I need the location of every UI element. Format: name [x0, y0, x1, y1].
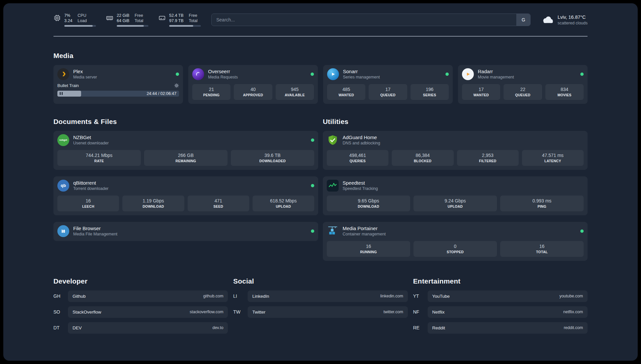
service-card-adguard[interactable]: AdGuard Home DNS and adblocking 498,461 … [323, 131, 588, 170]
stat-approved: 40 APPROVED [234, 84, 272, 100]
service-card-filebrowser[interactable]: File Browser Media File Management [53, 222, 318, 241]
bookmark-link-reddit[interactable]: Reddit reddit.com [428, 322, 588, 334]
weather-location: Lviv, 16.87°C [558, 15, 588, 20]
search-provider-button[interactable]: G [516, 14, 530, 26]
service-card-radarr[interactable]: Radarr Movie management 17 WANTED 22 QUE… [458, 65, 588, 104]
stat-filtered: 2,953 FILTERED [457, 150, 519, 166]
stat-value: 744.21 Mbps [59, 153, 139, 158]
stat-label: UPLOAD [254, 204, 313, 208]
status-dot [311, 138, 314, 142]
bookmark-rows: YT YouTube youtube.com NF Netflix netfli… [413, 290, 588, 334]
weather-widget[interactable]: Lviv, 16.87°C scattered clouds [541, 15, 588, 25]
cpu-widget: 7% 3.24 CPU Load [53, 13, 96, 27]
bookmark-domain: dev.to [212, 325, 223, 330]
media-card-grid: Plex Media server Bullet Train [53, 65, 588, 104]
disk-widget-body: 52.4 TB 97.9 TB Free Total [169, 13, 201, 27]
stat-value: 40 [235, 87, 271, 92]
bookmark-domain: linkedin.com [380, 294, 403, 298]
media-section-title: Media [53, 52, 588, 60]
sonarr-icon [327, 68, 339, 80]
stat-running: 16 RUNNING [327, 241, 410, 257]
stats-row: 485 WANTED 17 QUEUED 196 SERIES [327, 84, 449, 100]
bookmark-link-linkedin[interactable]: LinkedIn linkedin.com [248, 290, 408, 302]
service-titles: Plex Media server [73, 69, 97, 79]
service-card-qbittorrent[interactable]: qb qBittorrent Torrent downloader 16 LEE… [53, 176, 318, 215]
bookmark-abbr: GH [53, 293, 63, 299]
service-card-plex[interactable]: Plex Media server Bullet Train [53, 65, 183, 104]
pause-icon[interactable] [60, 92, 63, 95]
bookmark-name: DEV [73, 325, 82, 330]
bookmark-link-youtube[interactable]: YouTube youtube.com [428, 290, 588, 302]
service-card-nzbget[interactable]: nzbget NZBGet Usenet downloader 744.21 M… [53, 131, 318, 170]
stats-row: 17 WANTED 22 QUEUED 834 MOVIES [462, 84, 584, 100]
stat-pending: 21 PENDING [192, 84, 230, 100]
bookmark-link-github[interactable]: Github github.com [68, 290, 228, 302]
bookmark-link-netflix[interactable]: Netflix netflix.com [428, 306, 588, 318]
bookmark-abbr: NF [413, 309, 423, 315]
status-dot [580, 229, 584, 233]
service-name: Radarr [478, 69, 514, 74]
bookmark-reddit: RE Reddit reddit.com [413, 322, 588, 334]
media-section: Media Plex Media server Bullet Train [53, 52, 588, 104]
bookmark-netflix: NF Netflix netflix.com [413, 306, 588, 318]
service-card-speedtest[interactable]: Speedtest Speedtest Tracking 9.65 Gbps D… [323, 176, 588, 215]
stat-seed: 471 SEED [188, 196, 249, 211]
stat-value: 0 [415, 244, 496, 249]
stat-movies: 834 MOVIES [545, 84, 584, 100]
stat-value: 196 [412, 87, 447, 92]
bookmark-link-twitter[interactable]: Twitter twitter.com [248, 306, 408, 318]
bookmark-youtube: YT YouTube youtube.com [413, 290, 588, 302]
weather-condition: scattered clouds [558, 21, 588, 25]
bookmark-name: YouTube [432, 294, 450, 299]
service-card-portainer[interactable]: Media Portainer Container management 16 … [323, 222, 588, 261]
cpu-progress-bar [64, 25, 96, 27]
utilities-section: Utilities AdGuard Home DNS and adblockin… [323, 118, 588, 261]
stat-value: 16 [502, 244, 582, 249]
stat-blocked: 86,384 BLOCKED [392, 150, 453, 166]
playback-progress-bar[interactable]: 24:44 / 02:06:47 [57, 91, 179, 97]
bookmark-link-dev[interactable]: DEV dev.to [68, 322, 228, 334]
stat-value: 498,461 [328, 153, 387, 158]
cpu-loadavg-value: 3.24 [64, 18, 72, 23]
disk-total-value: 97.9 TB [169, 18, 184, 23]
plex-icon [57, 68, 69, 80]
stat-label: QUEUED [505, 93, 540, 97]
service-titles: NZBGet Usenet downloader [73, 135, 109, 145]
disk-progress-fill [169, 25, 193, 27]
now-playing-row: Bullet Train [57, 83, 179, 88]
stat-value: 618.52 Mbps [254, 198, 313, 203]
service-card-sonarr[interactable]: Sonarr Series management 485 WANTED 17 Q… [323, 65, 453, 104]
middle-columns: Documents & Files nzbget NZBGet Usenet d… [53, 118, 588, 261]
stat-label: MOVIES [547, 93, 582, 97]
utilities-card-list: AdGuard Home DNS and adblocking 498,461 … [323, 131, 588, 261]
bookmark-rows: GH Github github.com SO StackOverflow st… [53, 290, 228, 334]
service-titles: File Browser Media File Management [73, 226, 117, 236]
stat-wanted: 17 WANTED [462, 84, 500, 100]
bookmark-stackoverflow: SO StackOverflow stackoverflow.com [53, 306, 228, 318]
stat-queries: 498,461 QUERIES [327, 150, 388, 166]
service-description: Media server [73, 75, 97, 79]
memory-total-value: 64 GiB [117, 18, 129, 23]
bookmark-rows: LI LinkedIn linkedin.com TW Twitter twit… [233, 290, 408, 318]
stat-label: AVAILABLE [277, 93, 313, 97]
search-input[interactable] [212, 14, 516, 26]
dashboard-content: 7% 3.24 CPU Load 22 GiB [3, 3, 638, 361]
service-name: Plex [73, 69, 97, 74]
stat-stopped: 0 STOPPED [413, 241, 497, 257]
memory-icon [106, 14, 113, 27]
bookmarks-area: Developer GH Github github.com SO StackO… [53, 277, 588, 334]
stat-value: 2,953 [458, 153, 517, 158]
bookmark-group-entertainment: Entertainment YT YouTube youtube.com NF … [413, 277, 588, 334]
bookmark-link-stackoverflow[interactable]: StackOverflow stackoverflow.com [68, 306, 228, 318]
stat-label: REMAINING [145, 159, 226, 163]
stat-label: FILTERED [458, 159, 517, 163]
service-card-overseerr[interactable]: Overseerr Media Requests 21 PENDING 40 A… [188, 65, 318, 104]
qbittorrent-icon: qb [57, 180, 69, 192]
nzbget-icon-text: nzbget [59, 139, 67, 141]
stat-value: 266 GB [145, 153, 226, 158]
stat-label: BLOCKED [393, 159, 452, 163]
documents-section: Documents & Files nzbget NZBGet Usenet d… [53, 118, 318, 261]
playback-time: 24:44 / 02:06:47 [147, 91, 176, 96]
stat-label: LEECH [59, 204, 118, 208]
gear-icon[interactable] [174, 83, 179, 88]
